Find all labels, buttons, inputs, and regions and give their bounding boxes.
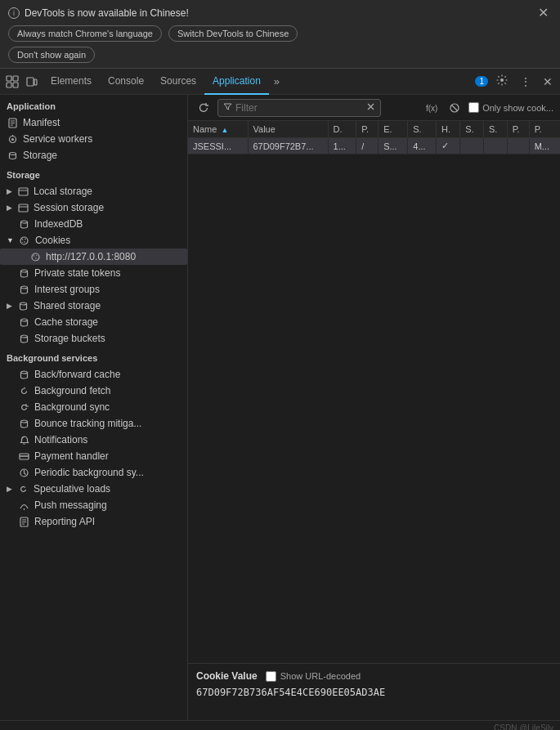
sidebar-item-indexeddb[interactable]: IndexedDB: [0, 216, 187, 232]
devtools-icon-1[interactable]: [3, 73, 21, 91]
sidebar-label-session-storage: Session storage: [34, 202, 104, 213]
filter-clear-button[interactable]: [366, 102, 375, 114]
devtools-icon-2[interactable]: [23, 73, 41, 91]
tab-elements[interactable]: Elements: [43, 69, 100, 95]
col-header-path[interactable]: P.: [356, 121, 379, 138]
sidebar-item-session-storage[interactable]: ▶ Session storage: [0, 199, 187, 216]
sidebar-label-bg-fetch: Background fetch: [34, 385, 110, 396]
sidebar-item-bg-fetch[interactable]: Background fetch: [0, 383, 187, 399]
svg-point-23: [25, 241, 26, 243]
col-header-httponly[interactable]: H.: [436, 121, 459, 138]
svg-point-29: [20, 270, 27, 272]
sidebar-item-periodic-bg-sync[interactable]: Periodic background sy...: [0, 464, 187, 481]
sidebar-label-cookies-url: http://127.0.0.1:8080: [46, 251, 136, 262]
svg-rect-2: [7, 83, 11, 87]
cell-partitioned: M...: [529, 138, 560, 155]
col-header-name[interactable]: Name ▲: [188, 121, 248, 138]
sidebar-item-cookies-url[interactable]: http://127.0.0.1:8080: [0, 249, 187, 265]
cell-path: /: [356, 138, 379, 155]
sidebar-item-cache-storage[interactable]: Cache storage: [0, 314, 187, 330]
close-banner-button[interactable]: ✕: [535, 5, 552, 20]
cell-value: 67D09F72B7...: [248, 138, 328, 155]
dont-show-again-button[interactable]: Don't show again: [8, 47, 95, 63]
cookie-value-text: 67D09F72B736AF54E4CE690EE05AD3AE: [196, 687, 552, 698]
sidebar-item-manifest[interactable]: Manifest: [0, 114, 187, 131]
sidebar-item-reporting-api[interactable]: Reporting API: [0, 513, 187, 530]
settings-button[interactable]: [491, 71, 513, 92]
tab-application[interactable]: Application: [204, 69, 269, 95]
sidebar-label-notifications: Notifications: [34, 434, 87, 446]
sidebar-label-storage-buckets: Storage buckets: [34, 333, 105, 344]
sidebar-item-push-messaging[interactable]: Push messaging: [0, 497, 187, 513]
more-options-button[interactable]: ⋮: [516, 73, 535, 91]
bottom-bar: CSDN @LileSily: [0, 720, 560, 730]
sidebar-item-local-storage[interactable]: ▶ Local storage: [0, 183, 187, 199]
sidebar-item-service-workers[interactable]: Service workers: [0, 131, 187, 147]
cell-priority: [507, 138, 529, 155]
show-url-decoded-checkbox[interactable]: [266, 671, 276, 682]
tabs-overflow-button[interactable]: »: [269, 75, 284, 87]
sidebar-item-notifications[interactable]: Notifications: [0, 432, 187, 448]
notification-badge: 1: [475, 76, 488, 87]
cookies-arrow: ▼: [7, 236, 14, 244]
main-layout: Application Manifest Service workers Sto…: [0, 95, 560, 720]
sidebar-item-storage-app[interactable]: Storage: [0, 147, 187, 163]
bg-sync-icon: [18, 401, 29, 413]
col-header-value[interactable]: Value: [248, 121, 328, 138]
notification-buttons: Always match Chrome's language Switch De…: [8, 25, 552, 42]
fx-button[interactable]: f(x): [423, 101, 441, 115]
table-row[interactable]: JSESSI... 67D09F72B7... 1... / S... 4...…: [188, 138, 560, 155]
only-show-cookies-text: Only show cook...: [482, 103, 553, 113]
sidebar-item-bg-sync[interactable]: Background sync: [0, 399, 187, 415]
col-header-priority[interactable]: P.: [507, 121, 529, 138]
cookie-table-wrapper: Name ▲ Value D. P. E. S. H. S. S. P. P.: [188, 121, 560, 663]
col-header-expires[interactable]: E.: [379, 121, 408, 138]
local-storage-icon: [17, 186, 29, 197]
refresh-button[interactable]: [195, 101, 213, 115]
show-url-decoded-label[interactable]: Show URL-decoded: [266, 671, 361, 682]
only-show-cookies-label[interactable]: Only show cook...: [468, 102, 553, 113]
shared-storage-icon: [17, 300, 29, 311]
col-header-size[interactable]: S.: [408, 121, 437, 138]
payment-handler-icon: [18, 450, 29, 462]
show-url-decoded-text: Show URL-decoded: [280, 671, 361, 681]
sidebar-item-cookies[interactable]: ▼ Cookies: [0, 232, 187, 249]
sidebar-item-bounce-tracking[interactable]: Bounce tracking mitiga...: [0, 415, 187, 432]
only-show-cookies-checkbox[interactable]: [468, 102, 479, 113]
svg-rect-0: [7, 76, 11, 81]
sidebar-label-private-state: Private state tokens: [34, 267, 120, 279]
periodic-bg-sync-icon: [18, 467, 29, 478]
match-language-button[interactable]: Always match Chrome's language: [8, 25, 162, 42]
sidebar-label-cookies: Cookies: [35, 235, 70, 246]
sidebar-label-payment-handler: Payment handler: [34, 450, 109, 462]
cell-expires: S...: [379, 138, 408, 155]
sidebar-item-back-forward[interactable]: Back/forward cache: [0, 366, 187, 383]
cell-size: 4...: [408, 138, 437, 155]
sidebar-item-payment-handler[interactable]: Payment handler: [0, 448, 187, 464]
sidebar-item-interest-groups[interactable]: Interest groups: [0, 281, 187, 298]
cookies-icon: [19, 235, 30, 246]
sidebar-label-periodic-bg-sync: Periodic background sy...: [34, 467, 144, 478]
sidebar-label-reporting-api: Reporting API: [34, 516, 95, 527]
switch-to-chinese-button[interactable]: Switch DevTools to Chinese: [168, 25, 298, 42]
col-header-partitioned[interactable]: P.: [529, 121, 560, 138]
table-header-row: Name ▲ Value D. P. E. S. H. S. S. P. P.: [188, 121, 560, 138]
devtools-right-controls: 1 ⋮ ✕: [475, 71, 557, 92]
sidebar-item-shared-storage[interactable]: ▶ Shared storage: [0, 298, 187, 314]
speculative-loads-icon: [17, 483, 29, 495]
col-header-samesite[interactable]: S.: [484, 121, 508, 138]
sidebar-item-private-state[interactable]: Private state tokens: [0, 265, 187, 281]
tab-sources[interactable]: Sources: [152, 69, 204, 95]
sidebar-label-manifest: Manifest: [23, 117, 60, 128]
sidebar-item-storage-buckets[interactable]: Storage buckets: [0, 330, 187, 347]
svg-point-34: [20, 371, 27, 374]
sidebar-item-speculative-loads[interactable]: ▶ Speculative loads: [0, 481, 187, 497]
col-header-domain[interactable]: D.: [328, 121, 356, 138]
filter-input[interactable]: [235, 102, 363, 114]
close-devtools-button[interactable]: ✕: [539, 73, 557, 91]
cell-secure: [460, 138, 484, 155]
tab-console[interactable]: Console: [100, 69, 152, 95]
col-header-secure[interactable]: S.: [460, 121, 484, 138]
svg-point-20: [20, 237, 28, 244]
clear-cookies-button[interactable]: [446, 101, 464, 115]
